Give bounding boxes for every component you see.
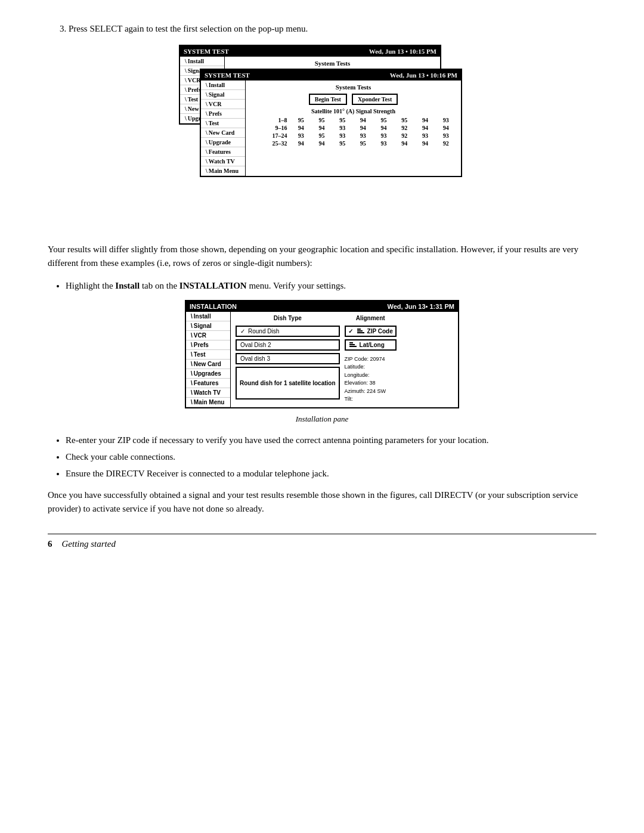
back-header-left: SYSTEM TEST bbox=[184, 48, 229, 55]
signal-row-3: 17–24 93 95 93 93 93 92 93 93 bbox=[250, 132, 456, 140]
s1-3: 95 bbox=[332, 116, 353, 124]
front-sidebar-signal[interactable]: Signal bbox=[201, 90, 245, 100]
front-sidebar-test[interactable]: Test bbox=[201, 119, 245, 128]
signal-row-1: 1–8 95 95 95 94 95 95 94 93 bbox=[250, 116, 456, 124]
coord-info: ZIP Code: 20974 Latitude: Longitude: Ele… bbox=[345, 355, 397, 404]
s2-3: 93 bbox=[332, 124, 353, 132]
s3-1: 93 bbox=[290, 132, 311, 140]
s4-1: 94 bbox=[290, 140, 311, 147]
front-sidebar: Install Signal VCR Prefs Test New Card U… bbox=[201, 80, 246, 176]
round-dish-check-icon: ✓ bbox=[240, 328, 245, 335]
install-sidebar-vcr[interactable]: VCR bbox=[186, 331, 230, 340]
install-sidebar-prefs[interactable]: Prefs bbox=[186, 340, 230, 350]
bullet1-bold-install: Install bbox=[115, 281, 140, 290]
install-sidebar-test[interactable]: Test bbox=[186, 350, 230, 360]
s2-8: 94 bbox=[435, 124, 456, 132]
bullet-list-1: Highlight the Install tab on the INSTALL… bbox=[66, 279, 596, 293]
installation-screenshot: INSTALLATION Wed, Jun 13• 1:31 PM Instal… bbox=[48, 300, 596, 408]
s2-7: 94 bbox=[415, 124, 436, 132]
bullet-list-2: Re-enter your ZIP code if necessary to v… bbox=[66, 433, 596, 481]
front-header-left: SYSTEM TEST bbox=[205, 72, 250, 79]
front-main: System Tests Begin Test Xponder Test Sat… bbox=[246, 80, 461, 176]
install-sidebar-mainmenu[interactable]: Main Menu bbox=[186, 398, 230, 407]
bullet-item-3: Check your cable connections. bbox=[66, 450, 596, 464]
front-body: Install Signal VCR Prefs Test New Card U… bbox=[201, 80, 461, 176]
bullet1-post: menu. Verify your settings. bbox=[247, 281, 346, 290]
s1-1: 95 bbox=[290, 116, 311, 124]
dish-type-header: Dish Type bbox=[236, 315, 340, 321]
page-number: 6 bbox=[48, 539, 52, 549]
closing-para: Once you have successfully obtained a si… bbox=[48, 488, 596, 516]
signal-row-4: 25–32 94 94 95 95 93 94 94 92 bbox=[250, 140, 456, 147]
back-sidebar-install[interactable]: Install bbox=[180, 57, 224, 66]
s3-3: 93 bbox=[332, 132, 353, 140]
oval-dish-2-button[interactable]: Oval Dish 2 bbox=[236, 339, 340, 351]
alignment-header: Alignment bbox=[345, 315, 397, 321]
bars-icon-2 bbox=[349, 342, 357, 347]
s1-7: 94 bbox=[415, 116, 436, 124]
round-dish-desc: Round dish for 1 satellite location bbox=[236, 367, 340, 400]
front-sidebar-newcard[interactable]: New Card bbox=[201, 128, 245, 138]
system-test-container: SYSTEM TEST Wed, Jun 13 • 10:15 PM Insta… bbox=[179, 45, 465, 230]
s1-6: 95 bbox=[394, 116, 415, 124]
front-xponder-button[interactable]: Xponder Test bbox=[352, 94, 398, 105]
system-test-screenshot: SYSTEM TEST Wed, Jun 13 • 10:15 PM Insta… bbox=[48, 45, 596, 230]
s3-6: 92 bbox=[394, 132, 415, 140]
signal-range-1: 1–8 bbox=[250, 116, 290, 124]
install-sidebar: Install Signal VCR Prefs Test New Card U… bbox=[186, 312, 231, 407]
s4-4: 95 bbox=[353, 140, 374, 147]
s1-5: 95 bbox=[373, 116, 394, 124]
install-sidebar-install[interactable]: Install bbox=[186, 312, 230, 321]
front-sidebar-upgrade[interactable]: Upgrade bbox=[201, 138, 245, 147]
azimuth-value: Azimuth: 224 SW bbox=[345, 388, 397, 396]
latlong-button-label: Lat/Long bbox=[360, 342, 385, 348]
bullet-item-4: Ensure the DIRECTV Receiver is connected… bbox=[66, 467, 596, 481]
oval-dish-3-button[interactable]: Oval dish 3 bbox=[236, 353, 340, 364]
front-sidebar-prefs[interactable]: Prefs bbox=[201, 109, 245, 119]
install-sidebar-newcard[interactable]: New Card bbox=[186, 360, 230, 369]
body-para-1: Your results will differ slightly from t… bbox=[48, 243, 596, 271]
front-sidebar-vcr[interactable]: VCR bbox=[201, 100, 245, 109]
s2-5: 94 bbox=[373, 124, 394, 132]
install-main-area: Dish Type ✓ Round Dish Oval Dish 2 Oval … bbox=[231, 312, 458, 407]
install-header-right: Wed, Jun 13• 1:31 PM bbox=[388, 303, 454, 310]
s4-5: 93 bbox=[373, 140, 394, 147]
bullet1-bold-installation: INSTALLATION bbox=[179, 281, 247, 290]
elevation-value: Elevation: 38 bbox=[345, 379, 397, 388]
oval-dish-3-label: Oval dish 3 bbox=[240, 355, 270, 362]
install-sidebar-signal[interactable]: Signal bbox=[186, 321, 230, 331]
s3-4: 93 bbox=[353, 132, 374, 140]
signal-range-4: 25–32 bbox=[250, 140, 290, 147]
round-dish-desc-text: Round dish for 1 satellite location bbox=[240, 380, 336, 386]
latitude-label: Latitude: bbox=[345, 363, 397, 371]
front-main-title: System Tests bbox=[250, 83, 456, 91]
front-header: SYSTEM TEST Wed, Jun 13 • 10:16 PM bbox=[201, 70, 461, 80]
s3-7: 93 bbox=[415, 132, 436, 140]
install-sidebar-upgrades[interactable]: Upgrades bbox=[186, 369, 230, 379]
s3-5: 93 bbox=[373, 132, 394, 140]
bullet1-mid: tab on the bbox=[140, 281, 179, 290]
back-main-title: System Tests bbox=[230, 60, 435, 67]
s4-7: 94 bbox=[415, 140, 436, 147]
install-header: INSTALLATION Wed, Jun 13• 1:31 PM bbox=[186, 301, 458, 312]
system-test-front-box: SYSTEM TEST Wed, Jun 13 • 10:16 PM Insta… bbox=[200, 69, 462, 177]
front-button-row: Begin Test Xponder Test bbox=[250, 94, 456, 105]
latlong-button[interactable]: Lat/Long bbox=[345, 339, 397, 351]
dish-type-col: Dish Type ✓ Round Dish Oval Dish 2 Oval … bbox=[236, 315, 340, 404]
zip-code-button[interactable]: ✓ ZIP Code bbox=[345, 326, 397, 337]
install-sidebar-watchtv[interactable]: Watch TV bbox=[186, 388, 230, 398]
footer-text: Getting started bbox=[62, 539, 116, 549]
bullet-item-2: Re-enter your ZIP code if necessary to v… bbox=[66, 433, 596, 447]
front-sidebar-features[interactable]: Features bbox=[201, 147, 245, 157]
s4-8: 92 bbox=[435, 140, 456, 147]
s4-3: 95 bbox=[332, 140, 353, 147]
s2-6: 92 bbox=[394, 124, 415, 132]
install-header-left: INSTALLATION bbox=[190, 303, 237, 310]
round-dish-button[interactable]: ✓ Round Dish bbox=[236, 326, 340, 337]
front-sidebar-mainmenu[interactable]: Main Menu bbox=[201, 166, 245, 176]
alignment-col: Alignment ✓ ZIP Code Lat/Long bbox=[345, 315, 397, 404]
front-begin-button[interactable]: Begin Test bbox=[309, 94, 347, 105]
front-sidebar-watchtv[interactable]: Watch TV bbox=[201, 157, 245, 166]
front-sidebar-install[interactable]: Install bbox=[201, 80, 245, 90]
install-sidebar-features[interactable]: Features bbox=[186, 379, 230, 388]
